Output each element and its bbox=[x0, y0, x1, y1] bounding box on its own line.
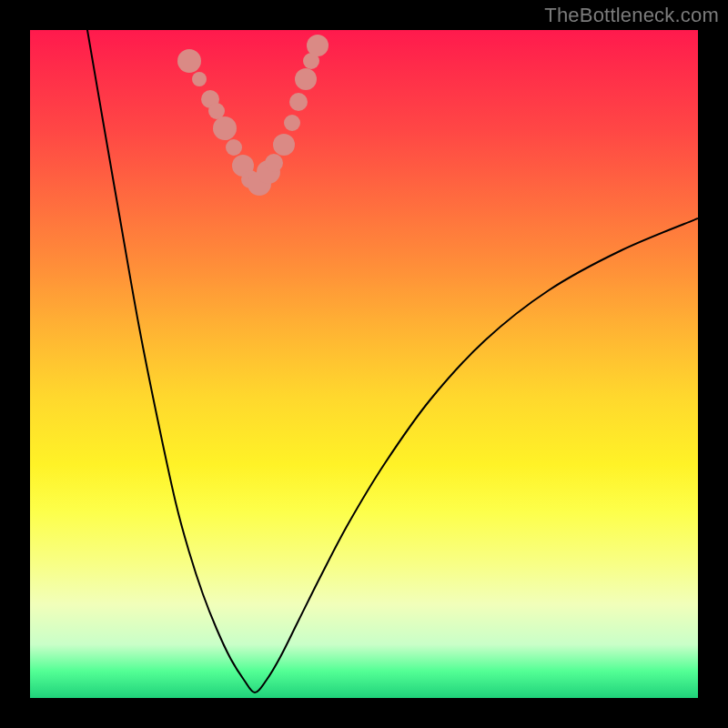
highlight-dot bbox=[289, 93, 308, 111]
highlight-dot bbox=[213, 116, 237, 140]
highlight-dot bbox=[307, 35, 329, 56]
dot-group bbox=[177, 35, 329, 196]
highlight-dot bbox=[273, 134, 295, 156]
highlight-dot bbox=[226, 139, 242, 156]
plot-area bbox=[30, 30, 698, 698]
highlight-dot bbox=[284, 115, 300, 131]
highlight-dot bbox=[192, 72, 207, 86]
highlight-dot bbox=[295, 68, 317, 90]
highlight-dot bbox=[177, 49, 201, 73]
chart-frame: TheBottleneck.com bbox=[0, 0, 728, 728]
v-curve-path bbox=[80, 30, 698, 693]
highlight-dot bbox=[265, 154, 283, 172]
watermark-text: TheBottleneck.com bbox=[544, 4, 719, 27]
curve-svg bbox=[30, 30, 698, 698]
